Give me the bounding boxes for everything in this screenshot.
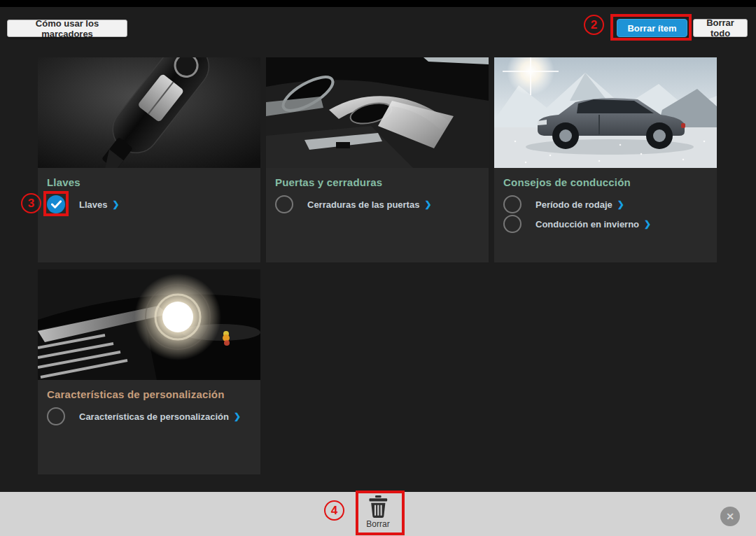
card-body: Llaves Llaves ❯ [38,168,260,213]
item-link[interactable]: Llaves ❯ [79,199,120,210]
bookmark-card-llaves: Llaves Llaves ❯ [38,57,260,262]
item-checkbox[interactable] [503,195,522,213]
how-to-use-bookmarks-button[interactable]: Cómo usar los marcadores [7,20,127,37]
chevron-right-icon: ❯ [234,411,241,421]
card-title: Consejos de conducción [503,176,707,188]
chevron-right-icon: ❯ [424,199,431,209]
delete-tool-button[interactable]: Borrar [366,495,389,529]
item-link[interactable]: Características de personalización ❯ [79,411,241,422]
chevron-right-icon: ❯ [112,199,119,209]
delete-all-button[interactable]: Borrar todo [693,19,748,37]
item-link-label: Características de personalización [79,411,229,422]
item-link-label: Conducción en invierno [536,219,639,230]
bookmark-card-puertas: Puertas y cerraduras Cerraduras de las p… [266,57,489,262]
card-body: Consejos de conducción Período de rodaje… [494,168,717,233]
headlight-image [38,269,260,380]
item-link-label: Período de rodaje [536,199,612,210]
item-link[interactable]: Período de rodaje ❯ [536,199,624,210]
bookmark-card-consejos: Consejos de conducción Período de rodaje… [494,57,717,262]
check-icon [51,200,62,209]
delete-item-button[interactable]: Borrar ítem [617,19,687,37]
item-link-label: Cerraduras de las puertas [307,199,419,210]
item-link[interactable]: Cerraduras de las puertas ❯ [307,199,431,210]
item-checkbox[interactable] [275,195,293,213]
item-checkbox[interactable] [47,195,65,213]
card-title: Características de personalización [47,388,251,400]
top-border [0,0,756,7]
card-body: Características de personalización Carac… [38,380,260,425]
close-button[interactable]: ✕ [720,507,740,526]
door-interior-image [266,57,489,168]
bookmark-item: Llaves ❯ [47,195,251,213]
card-title: Puertas y cerraduras [275,176,479,188]
bookmark-item: Conducción en invierno ❯ [503,215,707,233]
annotation-step-circle: 2 [584,15,604,35]
card-title: Llaves [47,176,251,188]
chevron-right-icon: ❯ [617,199,624,209]
annotation-number: 2 [591,18,597,32]
key-fob-image [38,57,260,168]
trash-icon [368,495,388,518]
bookmark-item: Características de personalización ❯ [47,407,251,425]
item-checkbox[interactable] [503,215,522,233]
suv-winter-image [494,57,717,168]
bookmarks-page: Cómo usar los marcadores Borrar ítem Bor… [0,0,756,536]
bookmark-card-grid: Llaves Llaves ❯ [38,57,717,474]
delete-tool-label: Borrar [366,519,389,529]
item-checkbox[interactable] [47,407,65,425]
bookmark-item: Cerraduras de las puertas ❯ [275,195,479,213]
chevron-right-icon: ❯ [644,219,651,229]
close-icon: ✕ [726,511,734,522]
item-link[interactable]: Conducción en invierno ❯ [536,219,651,230]
bookmark-item: Período de rodaje ❯ [503,195,707,213]
annotation-number: 3 [28,197,34,211]
card-body: Puertas y cerraduras Cerraduras de las p… [266,168,489,213]
item-link-label: Llaves [79,199,107,210]
bookmark-card-personalizacion: Características de personalización Carac… [38,269,260,474]
